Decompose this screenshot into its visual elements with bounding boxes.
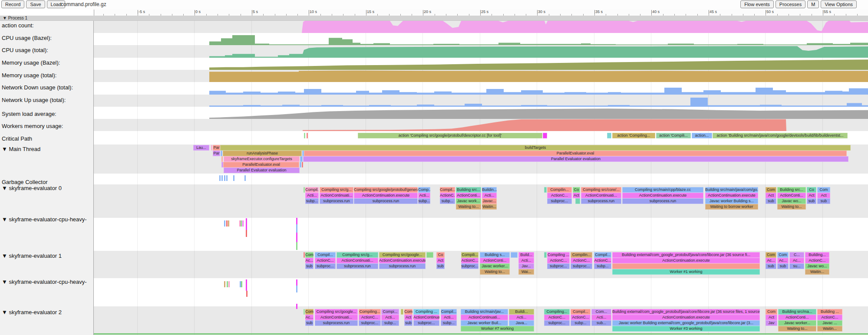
trace-tick[interactable]: [296, 242, 297, 250]
track-label-collapsible[interactable]: ▼ Main Thread: [2, 146, 40, 152]
trace-slice[interactable]: Parallel Evaluator evaluation: [224, 168, 300, 173]
trace-slice[interactable]: subproc...: [315, 263, 336, 269]
trace-slice[interactable]: Co: [436, 252, 445, 258]
trace-slice[interactable]: Worker #7 working: [461, 326, 534, 332]
trace-tick[interactable]: [228, 220, 229, 227]
trace-slice[interactable]: Comp...: [418, 187, 430, 193]
trace-slice[interactable]: action 'Building src/main/java/com/googl…: [713, 133, 848, 138]
counter-chart-workers-mem[interactable]: [94, 119, 868, 131]
trace-slice[interactable]: Compi...: [381, 309, 399, 315]
toolbar-button-flow-events[interactable]: Flow events: [740, 0, 774, 8]
trace-slice[interactable]: ActionC...: [817, 315, 842, 320]
trace-tick[interactable]: [242, 220, 244, 227]
trace-slice[interactable]: ActionC...: [571, 258, 592, 263]
trace-slice[interactable]: Worker #1 working: [612, 269, 760, 275]
trace-slice[interactable]: [607, 133, 611, 138]
trace-slice[interactable]: subprocess.run: [622, 198, 703, 204]
trace-slice[interactable]: Waiting to...: [777, 204, 806, 210]
trace-slice[interactable]: ActionContinuation.execute: [705, 193, 758, 198]
trace-slice[interactable]: action 'Compili...: [656, 133, 691, 138]
trace-slice[interactable]: Waiting to...: [456, 204, 481, 210]
trace-slice[interactable]: Worker #3 working: [612, 326, 760, 332]
trace-slice[interactable]: Com: [777, 252, 789, 258]
trace-slice[interactable]: [300, 156, 303, 162]
trace-slice[interactable]: ActionContinuati...: [581, 193, 621, 198]
trace-slice[interactable]: Par: [213, 145, 220, 151]
trace-slice[interactable]: Build...: [518, 252, 534, 258]
trace-slice[interactable]: ActionC...: [547, 258, 570, 263]
trace-slice[interactable]: Building ...: [817, 309, 842, 315]
trace-slice[interactable]: ActionContinuation.execute: [612, 258, 760, 263]
trace-slice[interactable]: [304, 252, 305, 258]
trace-slice[interactable]: C...: [789, 252, 804, 258]
trace-slice[interactable]: Buildi...: [509, 309, 534, 315]
trace-slice[interactable]: Com...: [591, 309, 611, 315]
trace-slice[interactable]: Compiling ...: [547, 252, 570, 258]
trace-slice[interactable]: ActionConti...: [777, 193, 806, 198]
trace-slice[interactable]: Ac...: [789, 258, 804, 263]
trace-tick[interactable]: [241, 281, 242, 287]
trace-slice[interactable]: Com: [817, 187, 830, 193]
trace-slice[interactable]: Act: [817, 193, 830, 198]
trace-slice[interactable]: sub: [817, 198, 830, 204]
trace-slice[interactable]: Building src/main/java/com/go...: [705, 187, 758, 193]
trace-slice[interactable]: [300, 162, 301, 168]
trace-slice[interactable]: Building src...: [777, 187, 806, 193]
trace-tick[interactable]: [224, 281, 225, 287]
counter-chart-sys-load[interactable]: [94, 107, 868, 119]
trace-slice[interactable]: ActionC...: [547, 193, 572, 198]
trace-tick[interactable]: [246, 218, 247, 230]
trace-slice[interactable]: [401, 309, 403, 315]
track-label-collapsible[interactable]: ▼ skyframe-evaluator 2: [2, 309, 62, 315]
trace-slice[interactable]: Act: [436, 258, 445, 263]
trace-slice[interactable]: Buildin...: [482, 187, 497, 193]
trace-tick[interactable]: [226, 220, 228, 227]
toolbar-button-record[interactable]: Record: [1, 0, 24, 8]
trace-slice[interactable]: subp...: [381, 320, 399, 326]
trace-slice[interactable]: ActionContinuation.execute: [379, 258, 426, 263]
trace-slice[interactable]: buildTargets: [220, 145, 851, 151]
trace-slice[interactable]: Act: [404, 315, 413, 320]
trace-slice[interactable]: ActionContinua...: [413, 315, 439, 320]
trace-tick[interactable]: [246, 291, 248, 297]
trace-slice[interactable]: subprocess.run: [354, 198, 418, 204]
trace-tick[interactable]: [244, 175, 246, 181]
trace-slice[interactable]: subp...: [441, 320, 457, 326]
trace-tick[interactable]: [224, 175, 225, 181]
trace-slice[interactable]: [307, 133, 308, 138]
toolbar-button-m[interactable]: M: [807, 0, 819, 8]
trace-slice[interactable]: ActionC...: [359, 315, 381, 320]
trace-slice[interactable]: Co: [573, 187, 580, 193]
trace-slice[interactable]: Co: [807, 187, 816, 193]
trace-slice[interactable]: runAnalysisPhase: [223, 151, 302, 156]
trace-slice[interactable]: [544, 187, 547, 193]
trace-slice[interactable]: ActionC...: [461, 258, 479, 263]
trace-tick[interactable]: [296, 224, 297, 233]
trace-slice[interactable]: [426, 252, 433, 258]
trace-slice[interactable]: Building src/ma...: [778, 309, 816, 315]
trace-tick[interactable]: [296, 218, 297, 224]
trace-slice[interactable]: Building...: [805, 252, 829, 258]
trace-slice[interactable]: Building src/main/jav...: [461, 309, 508, 315]
timeline-ruler[interactable]: -5 s0 s5 s10 s15 s20 s25 s30 s35 s40 s45…: [94, 10, 868, 16]
toolbar-button-processes[interactable]: Processes: [776, 0, 805, 8]
trace-slice[interactable]: Compil...: [305, 187, 319, 193]
trace-slice[interactable]: Javac worker...: [778, 320, 816, 326]
trace-slice[interactable]: Compiling...: [359, 309, 381, 315]
trace-slice[interactable]: Building external/com_google_protobuf/ja…: [612, 252, 760, 258]
trace-slice[interactable]: Acti...: [418, 193, 430, 198]
trace-slice[interactable]: Compiling...: [544, 309, 570, 315]
trace-slice[interactable]: subprocess.run: [581, 198, 621, 204]
trace-slice[interactable]: ActionContinuati...: [337, 258, 378, 263]
counter-chart-net-up[interactable]: [94, 95, 868, 107]
trace-tick[interactable]: [226, 175, 228, 181]
trace-slice[interactable]: Waitin...: [817, 326, 842, 332]
trace-slice[interactable]: Compil...: [441, 309, 457, 315]
trace-slice[interactable]: [302, 162, 303, 168]
trace-slice[interactable]: Wai...: [518, 269, 534, 275]
trace-slice[interactable]: action...: [692, 133, 712, 138]
trace-slice[interactable]: Acti...: [441, 315, 457, 320]
trace-slice[interactable]: subp...: [305, 198, 319, 204]
trace-slice[interactable]: Com: [766, 252, 776, 258]
trace-slice[interactable]: ActionContinuation.execute: [354, 193, 418, 198]
